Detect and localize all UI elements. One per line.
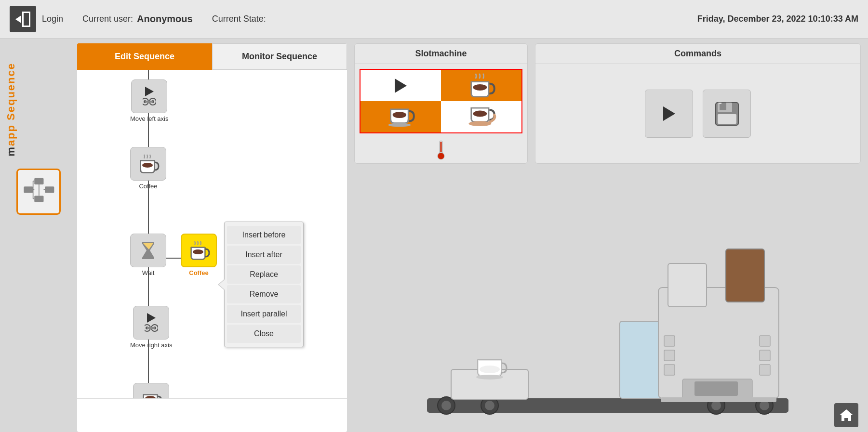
svg-rect-60 xyxy=(664,350,675,361)
commands-title: Commands xyxy=(535,44,860,64)
node-coffee1-box xyxy=(130,147,166,181)
node-take-coffee-box xyxy=(133,383,169,398)
current-user-value: Anonymous xyxy=(137,13,193,25)
play-small-icon xyxy=(145,87,154,96)
svg-rect-41 xyxy=(718,114,736,124)
node-move-right-box xyxy=(133,306,169,340)
slot-cell-3 xyxy=(361,101,441,132)
svg-point-45 xyxy=(441,401,451,410)
slotmachine-panel: Slotmachine xyxy=(354,43,528,164)
svg-rect-62 xyxy=(760,336,770,346)
context-insert-parallel[interactable]: Insert parallel xyxy=(227,305,301,323)
svg-point-47 xyxy=(485,401,494,410)
node-move-right[interactable]: Move right axis xyxy=(130,306,172,349)
node-coffee2-box xyxy=(181,234,217,267)
context-insert-after[interactable]: Insert after xyxy=(227,246,301,264)
svg-point-37 xyxy=(438,153,444,159)
svg-rect-27 xyxy=(147,327,155,329)
commands-buttons xyxy=(535,64,860,163)
current-state-label: Current State: xyxy=(212,14,266,24)
current-user-label: Current user: xyxy=(82,14,133,24)
svg-point-30 xyxy=(473,84,487,91)
commands-panel: Commands xyxy=(535,43,861,164)
tracks-icon2 xyxy=(145,324,158,332)
svg-rect-63 xyxy=(760,350,770,361)
datetime-display: Friday, December 23, 2022 10:10:33 AM xyxy=(697,14,858,24)
svg-rect-59 xyxy=(664,336,675,346)
mapp-m: m xyxy=(5,146,17,157)
svg-rect-58 xyxy=(726,249,764,302)
login-label[interactable]: Login xyxy=(42,14,63,24)
slot-cell-4 xyxy=(441,101,521,132)
slot-cell-1 xyxy=(361,70,441,101)
right-top: Slotmachine xyxy=(354,43,861,164)
node-wait-box xyxy=(130,234,166,267)
node-move-left[interactable]: Move left axis xyxy=(130,79,168,122)
node-move-left-box xyxy=(131,79,167,113)
svg-rect-8 xyxy=(45,186,54,193)
mapp-sequence-label: mapp Sequence xyxy=(5,63,17,157)
tabs: Edit Sequence Monitor Sequence xyxy=(77,43,347,70)
context-replace[interactable]: Replace xyxy=(227,265,301,284)
right-area: Slotmachine xyxy=(347,39,868,432)
slotmachine-bottom xyxy=(355,138,527,164)
slotmachine-title: Slotmachine xyxy=(355,44,527,64)
svg-point-22 xyxy=(193,249,203,254)
login-icon[interactable] xyxy=(10,6,36,32)
tab-edit-sequence[interactable]: Edit Sequence xyxy=(77,43,212,70)
svg-point-53 xyxy=(480,366,500,373)
center-panel: Edit Sequence Monitor Sequence xyxy=(77,43,347,432)
svg-rect-42 xyxy=(719,103,721,104)
svg-rect-20 xyxy=(145,101,153,103)
svg-rect-64 xyxy=(760,365,770,375)
svg-rect-0 xyxy=(22,12,24,27)
node-move-left-label: Move left axis xyxy=(130,115,168,122)
left-sidebar: mapp Sequence xyxy=(0,39,77,432)
svg-rect-66 xyxy=(694,381,738,396)
node-coffee2-label: Coffee xyxy=(189,269,208,276)
svg-rect-61 xyxy=(664,365,675,375)
svg-point-33 xyxy=(473,111,487,117)
svg-point-31 xyxy=(393,112,407,118)
svg-rect-57 xyxy=(668,263,707,307)
svg-point-32 xyxy=(388,123,411,127)
play-small-icon2 xyxy=(147,313,156,323)
svg-rect-5 xyxy=(24,186,33,193)
node-coffee2[interactable]: Coffee xyxy=(181,234,217,276)
sequence-area[interactable]: Move left axis xyxy=(77,70,347,398)
context-menu: Insert before Insert after Replace Remov… xyxy=(224,222,304,347)
machine-area xyxy=(354,169,861,427)
context-insert-before[interactable]: Insert before xyxy=(227,226,301,244)
node-coffee1[interactable]: Coffee xyxy=(130,147,166,190)
node-wait[interactable]: Wait xyxy=(130,234,166,276)
tracks-icon xyxy=(143,97,156,106)
play-icon-cmd xyxy=(663,106,675,121)
slot-cell-2 xyxy=(441,70,521,101)
slotmachine-grid xyxy=(360,69,522,133)
play-button[interactable] xyxy=(645,90,693,138)
svg-rect-7 xyxy=(34,196,43,202)
save-button[interactable] xyxy=(703,90,751,138)
svg-rect-67 xyxy=(661,397,776,402)
node-wait-label: Wait xyxy=(142,269,155,276)
header: Login Current user: Anonymous Current St… xyxy=(0,0,868,39)
context-close[interactable]: Close xyxy=(227,325,301,343)
bottom-bar xyxy=(77,398,347,432)
svg-rect-6 xyxy=(34,178,43,184)
svg-rect-3 xyxy=(29,12,30,27)
svg-point-21 xyxy=(142,163,153,168)
svg-point-54 xyxy=(476,375,503,380)
node-take-coffee[interactable]: Take coffee out xyxy=(130,383,173,398)
play-icon-slot xyxy=(395,79,407,93)
node-coffee1-label: Coffee xyxy=(139,183,157,190)
tab-monitor-sequence[interactable]: Monitor Sequence xyxy=(212,43,347,70)
context-remove[interactable]: Remove xyxy=(227,285,301,303)
svg-marker-4 xyxy=(15,15,21,23)
main-content: mapp Sequence Edit Sequence Mon xyxy=(0,39,868,432)
sidebar-workflow-icon[interactable] xyxy=(16,169,61,215)
node-move-right-label: Move right axis xyxy=(130,341,172,349)
context-arrow-inner xyxy=(219,279,225,290)
svg-rect-36 xyxy=(441,142,442,152)
mapp-rest: app Sequence xyxy=(5,63,17,146)
